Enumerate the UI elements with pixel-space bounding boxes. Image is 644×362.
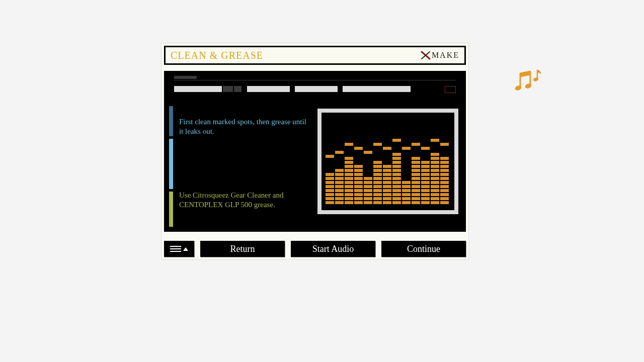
accent-bar-1 (169, 106, 173, 136)
tab-4[interactable] (343, 86, 411, 92)
svg-point-2 (533, 77, 539, 82)
menu-button[interactable] (164, 241, 194, 257)
start-audio-button[interactable]: Start Audio (291, 241, 375, 257)
header-bar: CLEAN & GREASE MAKE (164, 46, 466, 65)
page-title: CLEAN & GREASE (171, 50, 263, 61)
tab-strip (174, 76, 456, 96)
logo-text: MAKE (432, 51, 459, 59)
tab-1[interactable] (174, 86, 222, 92)
accent-bar-3 (169, 192, 173, 227)
tab-3[interactable] (295, 86, 338, 92)
hamburger-icon (170, 244, 181, 253)
instruction-panel: CLEAN & GREASE MAKE First clean m (161, 43, 469, 260)
tab-1b[interactable] (223, 86, 233, 92)
instruction-step-1: First clean marked spots, then grease un… (179, 117, 310, 136)
continue-button[interactable]: Continue (381, 241, 466, 257)
chevron-up-icon (183, 247, 188, 251)
content-body: First clean marked spots, then grease un… (164, 71, 466, 232)
audio-visualizer-frame (317, 109, 458, 214)
brand-logo: MAKE (421, 51, 459, 60)
button-row: Return Start Audio Continue (164, 241, 466, 257)
status-indicator (445, 86, 456, 93)
instruction-step-2: Use Citrosqueez Gear Cleaner and CENTOPL… (179, 191, 310, 210)
return-button[interactable]: Return (200, 241, 285, 257)
music-notes-icon (513, 68, 543, 98)
tab-1c[interactable] (234, 86, 242, 92)
accent-bar-2 (169, 139, 173, 189)
tab-2[interactable] (247, 86, 290, 92)
audio-equalizer (321, 113, 454, 210)
x-mark-icon (421, 51, 431, 60)
